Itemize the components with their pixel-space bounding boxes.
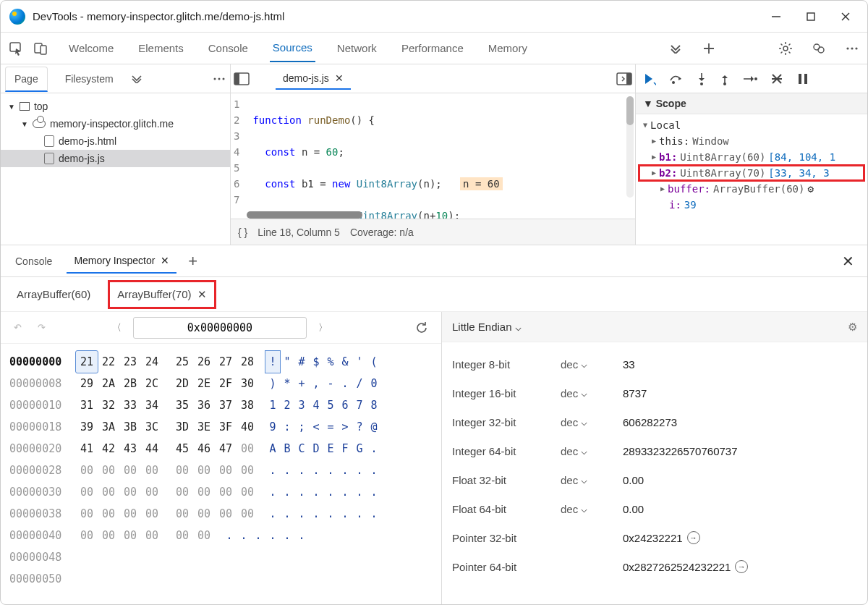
hex-byte[interactable]: 37	[215, 394, 237, 416]
hex-grid[interactable]: 000000002122232425262728!"#$%&'(00000008…	[1, 344, 441, 597]
page-tab[interactable]: Page	[5, 67, 48, 92]
ascii-char[interactable]: .	[338, 481, 352, 503]
next-page-icon[interactable]: 〉	[314, 318, 332, 337]
ascii-char[interactable]: <	[309, 416, 323, 438]
ascii-char[interactable]: :	[280, 416, 294, 438]
ascii-char[interactable]: .	[309, 481, 323, 503]
tree-node-origin[interactable]: ▼memory-inspector.glitch.me	[1, 115, 230, 132]
ascii-char[interactable]: ;	[294, 416, 309, 438]
hex-byte[interactable]: 35	[171, 394, 193, 416]
ascii-char[interactable]: .	[294, 481, 309, 503]
minimize-button[interactable]	[769, 9, 783, 24]
hex-byte[interactable]: 2D	[171, 373, 193, 394]
scope-var-i[interactable]: i: 39	[639, 197, 864, 213]
tree-node-top[interactable]: ▼top	[1, 98, 230, 115]
buffer-tab-60[interactable]: ArrayBuffer(60)	[9, 282, 98, 306]
hex-byte[interactable]: 36	[193, 394, 215, 416]
ascii-char[interactable]: G	[352, 438, 367, 460]
ascii-char[interactable]: .	[280, 481, 294, 503]
ascii-char[interactable]: .	[309, 460, 323, 481]
ascii-char[interactable]: 2	[280, 394, 294, 416]
ascii-char[interactable]: .	[294, 525, 309, 546]
ascii-char[interactable]: .	[323, 503, 338, 525]
step-icon[interactable]	[743, 74, 757, 84]
address-input[interactable]	[133, 317, 307, 339]
ascii-char[interactable]: 8	[367, 394, 381, 416]
scope-var-this[interactable]: ▶this: Window	[639, 133, 864, 149]
ascii-char[interactable]: .	[338, 503, 352, 525]
toggle-debugger-icon[interactable]	[616, 72, 632, 85]
device-toolbar-icon[interactable]	[31, 39, 50, 58]
more-tabs-icon[interactable]	[666, 39, 685, 58]
scope-header[interactable]: ▼ Scope	[636, 93, 867, 114]
ascii-char[interactable]: 3	[294, 394, 309, 416]
hex-byte[interactable]: 00	[76, 460, 98, 481]
hex-byte[interactable]: 44	[141, 438, 163, 460]
ascii-char[interactable]: @	[367, 416, 381, 438]
hex-byte[interactable]: 45	[171, 438, 193, 460]
maximize-button[interactable]	[804, 9, 818, 24]
ascii-char[interactable]: .	[323, 460, 338, 481]
ascii-char[interactable]: #	[294, 351, 309, 373]
jump-to-address-icon[interactable]: →	[735, 560, 748, 573]
main-tab-network[interactable]: Network	[334, 35, 380, 62]
feedback-icon[interactable]	[809, 39, 828, 58]
hex-byte[interactable]: 29	[76, 373, 98, 394]
ascii-char[interactable]: .	[338, 373, 352, 394]
ascii-char[interactable]: /	[352, 373, 367, 394]
hex-byte[interactable]: 00	[141, 481, 163, 503]
value-format-select[interactable]: dec ⌵	[561, 502, 623, 515]
ascii-char[interactable]: 9	[265, 416, 280, 438]
ascii-char[interactable]: 6	[338, 394, 352, 416]
hex-byte[interactable]: 00	[98, 525, 119, 546]
hex-byte[interactable]: 21	[76, 351, 98, 373]
hex-byte[interactable]: 00	[215, 460, 237, 481]
ascii-char[interactable]: '	[352, 351, 367, 373]
ascii-char[interactable]: -	[323, 373, 338, 394]
hex-byte[interactable]: 00	[193, 525, 215, 546]
hex-byte[interactable]: 00	[119, 460, 141, 481]
ascii-char[interactable]: ,	[309, 373, 323, 394]
ascii-char[interactable]: 1	[265, 394, 280, 416]
ascii-char[interactable]: E	[323, 438, 338, 460]
hex-byte[interactable]: 40	[237, 416, 258, 438]
close-tab-icon[interactable]: ✕	[335, 72, 344, 84]
hex-byte[interactable]: 39	[76, 416, 98, 438]
hex-byte[interactable]: 3F	[215, 416, 237, 438]
ascii-char[interactable]: $	[309, 351, 323, 373]
ascii-char[interactable]: .	[352, 460, 367, 481]
hex-byte[interactable]: 00	[119, 503, 141, 525]
ascii-char[interactable]: .	[294, 460, 309, 481]
ascii-char[interactable]: .	[265, 503, 280, 525]
hex-byte[interactable]: 00	[215, 503, 237, 525]
resume-icon[interactable]	[643, 72, 656, 85]
ascii-char[interactable]: *	[280, 373, 294, 394]
hex-byte[interactable]: 32	[98, 394, 119, 416]
value-format-select[interactable]: dec ⌵	[561, 386, 623, 399]
hex-byte[interactable]: 2E	[193, 373, 215, 394]
hex-byte[interactable]: 00	[193, 481, 215, 503]
code-editor[interactable]: 1234567 function runDemo() { const n = 6…	[231, 93, 635, 219]
hex-byte[interactable]: 23	[119, 351, 141, 373]
navigator-more-icon[interactable]	[213, 72, 226, 85]
scope-var-buffer[interactable]: ▶buffer: ArrayBuffer(60) ⚙	[639, 181, 864, 197]
buffer-tab-70[interactable]: ArrayBuffer(70)✕	[108, 280, 216, 309]
close-drawer-tab-icon[interactable]: ✕	[161, 255, 169, 266]
hex-byte[interactable]: 00	[119, 525, 141, 546]
tree-file-js[interactable]: demo-js.js	[1, 150, 230, 167]
hex-byte[interactable]: 26	[193, 351, 215, 373]
hex-byte[interactable]: 00	[119, 481, 141, 503]
hex-byte[interactable]: 3D	[171, 416, 193, 438]
hex-byte[interactable]: 00	[98, 481, 119, 503]
main-tab-welcome[interactable]: Welcome	[66, 35, 116, 62]
hex-byte[interactable]: 00	[237, 481, 258, 503]
main-tab-performance[interactable]: Performance	[399, 35, 467, 62]
hex-byte[interactable]: 46	[193, 438, 215, 460]
deactivate-breakpoints-icon[interactable]	[770, 72, 783, 85]
hex-byte[interactable]: 00	[171, 481, 193, 503]
ascii-char[interactable]: 5	[323, 394, 338, 416]
ascii-char[interactable]: .	[367, 481, 381, 503]
ascii-char[interactable]: .	[251, 525, 265, 546]
hex-byte[interactable]: 3C	[141, 416, 163, 438]
close-buffer-tab-icon[interactable]: ✕	[197, 288, 207, 301]
